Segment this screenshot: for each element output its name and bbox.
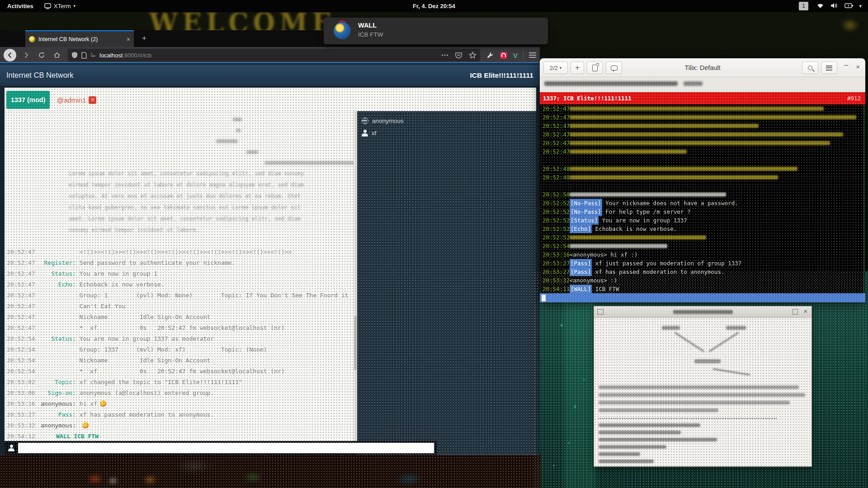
new-tab-button[interactable]: + bbox=[138, 33, 150, 45]
minimize-button[interactable]: – bbox=[844, 61, 848, 69]
page-actions-icon[interactable] bbox=[441, 54, 448, 56]
message-input[interactable] bbox=[18, 443, 434, 453]
topic-bar-text: 1337: ICB Elite!!!111!1111 bbox=[543, 92, 632, 104]
battery-icon[interactable] bbox=[844, 2, 853, 10]
chat-message: xf changed the topic to "ICB Elite!!!111… bbox=[76, 379, 242, 385]
system-menu-chevron-icon[interactable]: ▾ bbox=[859, 0, 862, 12]
wifi-icon[interactable] bbox=[816, 2, 825, 10]
terminal-label: [Pass] bbox=[570, 259, 592, 267]
chat-timestamp: 20:53:06 bbox=[5, 388, 36, 399]
tab-title: Internet CB Network (2) bbox=[38, 36, 123, 42]
terminal-scrollbar[interactable] bbox=[863, 104, 865, 293]
terminal-row: 20:52:52[Echo] Echoback is now verbose. bbox=[540, 225, 865, 233]
terminal-row: 20:53:16<anonymous> hi xf :) bbox=[540, 250, 865, 259]
chat-row: 20:53:16anonymous: hi xf bbox=[5, 399, 353, 409]
app-menu-xterm[interactable]: XTerm ▾ bbox=[44, 0, 75, 12]
person-icon bbox=[8, 445, 14, 451]
clock[interactable]: Fr, 4. Dez 20:54 bbox=[413, 0, 455, 12]
chat-timestamp: 20:52:47 bbox=[5, 268, 36, 279]
terminal-label: [Status] bbox=[570, 216, 599, 225]
chat-label: Register: bbox=[36, 258, 76, 268]
extension-red-icon[interactable] bbox=[500, 52, 508, 59]
xterm-titlebar[interactable]: × bbox=[594, 306, 811, 318]
terminal-row bbox=[540, 182, 865, 190]
home-button[interactable] bbox=[51, 49, 63, 61]
hamburger-menu-icon[interactable] bbox=[529, 52, 536, 58]
terminal-row: 20:53:27[Pass] xf just passed you modera… bbox=[540, 259, 865, 267]
ascii-separator bbox=[599, 418, 777, 419]
devtools-wrench-icon[interactable] bbox=[486, 52, 494, 59]
tab-close-icon[interactable]: × bbox=[127, 36, 130, 42]
private-tab-close-icon[interactable]: × bbox=[89, 96, 96, 104]
terminal-row: 20:54:11[WALL] ICB FTW bbox=[540, 285, 865, 293]
desktop: WELCOME Internet CB Network (2) × + bbox=[0, 0, 868, 488]
chat-label: Status: bbox=[36, 268, 76, 279]
maximize-icon[interactable] bbox=[793, 309, 798, 314]
chat-scrollbar[interactable] bbox=[354, 111, 357, 441]
terminal-timestamp: 20:52:52 bbox=[540, 233, 570, 242]
vue-devtools-icon[interactable]: V bbox=[513, 52, 518, 59]
illegible-log-line bbox=[599, 423, 700, 427]
terminal-timestamp: 20:52:47 bbox=[540, 113, 570, 122]
chat-row bbox=[5, 114, 353, 125]
illegible-log-line bbox=[599, 460, 654, 463]
terminal-row: 20:52:48 bbox=[540, 173, 865, 182]
irssi-topic-bar: 1337: ICB Elite!!!111!1111 #912 bbox=[540, 92, 865, 104]
reload-button[interactable] bbox=[35, 49, 48, 61]
ascii-separator: <!()>><!()>><!()>><!()>><!()>><!()>><!()… bbox=[76, 249, 292, 255]
tilix-headerbar: 2/2 ▾ + Tilix: Default – × bbox=[540, 58, 865, 77]
url-bar[interactable]: localhost:8000/#/icb bbox=[68, 49, 480, 61]
notification-banner[interactable]: WALL ICB FTW bbox=[324, 18, 548, 44]
chat-message: Nickname Idle Sign-On Account bbox=[76, 357, 210, 364]
smiley-emoji bbox=[82, 422, 89, 428]
terminal-output: 20:52:4720:52:4720:52:4720:52:4720:52:47… bbox=[540, 104, 865, 293]
permissions-icon[interactable] bbox=[90, 52, 96, 58]
terminal-label: [WALL] bbox=[570, 285, 592, 293]
chat-row: 20:53:06Sign-on: anonymous (a@localhost)… bbox=[5, 388, 353, 399]
chat-timestamp: 20:52:54 bbox=[5, 355, 36, 366]
wallpaper-gold-glow bbox=[832, 12, 868, 39]
terminal-prompt-row bbox=[540, 77, 865, 92]
terminal-timestamp: 20:53:27 bbox=[540, 267, 570, 276]
private-tab-admin[interactable]: @admin1 × bbox=[57, 91, 96, 109]
close-icon[interactable]: × bbox=[804, 308, 807, 315]
illegible-terminal-text bbox=[570, 192, 726, 197]
back-button[interactable] bbox=[4, 49, 16, 61]
page-info-icon[interactable] bbox=[81, 52, 87, 59]
bookmark-star-icon[interactable] bbox=[469, 52, 476, 59]
wallpaper-bottom-strip bbox=[0, 454, 541, 488]
chat-timestamp: 20:53:32 bbox=[5, 420, 36, 431]
forward-button[interactable] bbox=[20, 49, 33, 61]
terminal-icon bbox=[44, 3, 51, 9]
close-button[interactable]: × bbox=[856, 63, 860, 70]
chat-timestamp: 20:52:54 bbox=[5, 344, 36, 355]
tracking-shield-icon[interactable] bbox=[71, 52, 78, 59]
user-list-item[interactable]: xf bbox=[362, 127, 533, 139]
browser-tab[interactable]: Internet CB Network (2) × bbox=[25, 30, 134, 47]
smiley-emoji bbox=[100, 400, 106, 407]
illegible-text-line bbox=[599, 401, 790, 404]
url-host: localhost bbox=[99, 52, 123, 59]
search-button[interactable] bbox=[802, 61, 818, 74]
window-menu-icon[interactable] bbox=[597, 309, 604, 314]
terminal-cursor bbox=[542, 295, 546, 301]
scrollbar-thumb[interactable] bbox=[354, 316, 357, 370]
url-text[interactable]: localhost:8000/#/icb bbox=[99, 52, 438, 59]
keyboard-layout-indicator[interactable]: 1 bbox=[799, 2, 808, 10]
xterm-content bbox=[594, 318, 811, 467]
pocket-icon[interactable] bbox=[455, 52, 462, 59]
group-tab-1337[interactable]: 1337 (mod) bbox=[6, 91, 50, 109]
terminal-row: 20:52:50 bbox=[540, 190, 865, 199]
activities-button[interactable]: Activities bbox=[7, 0, 33, 12]
terminal-row: 20:52:47 bbox=[540, 113, 865, 122]
user-list-item[interactable]: anonymous bbox=[362, 115, 533, 127]
terminal-area[interactable]: 1337: ICB Elite!!!111!1111 #912 20:52:47… bbox=[540, 77, 865, 302]
chat-timestamp: 20:52:47 bbox=[5, 323, 36, 333]
message-input-bar bbox=[5, 441, 437, 455]
chat-row: 20:52:47Status: You are now in group 1 bbox=[5, 268, 353, 279]
menu-button[interactable] bbox=[821, 61, 837, 74]
volume-icon[interactable] bbox=[830, 2, 838, 10]
terminal-label: [No-Pass] bbox=[570, 207, 602, 216]
chat-timestamp: 20:52:47 bbox=[5, 258, 36, 268]
illegible-terminal-text bbox=[570, 115, 856, 119]
